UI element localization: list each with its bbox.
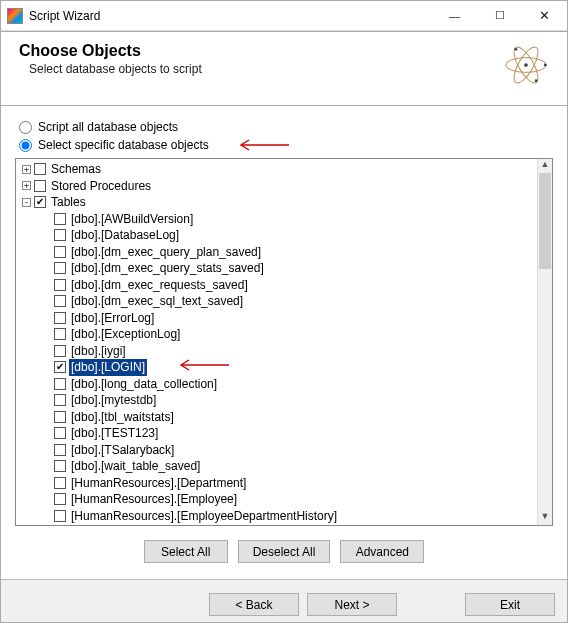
object-tree[interactable]: +Schemas+Stored Procedures-Tables[dbo].[… — [16, 159, 537, 525]
tree-checkbox[interactable] — [54, 213, 66, 225]
tree-node-table-1[interactable]: [dbo].[DatabaseLog] — [20, 227, 535, 244]
advanced-button[interactable]: Advanced — [340, 540, 424, 563]
page-title: Choose Objects — [19, 42, 503, 60]
tree-expander-icon[interactable]: + — [22, 181, 31, 190]
svg-point-3 — [524, 63, 528, 67]
tree-node-label: Tables — [49, 194, 88, 211]
exit-button[interactable]: Exit — [465, 593, 555, 616]
tree-node-table-17[interactable]: [HumanResources].[Employee] — [20, 491, 535, 508]
tree-node-label: [dbo].[tbl_waitstats] — [69, 409, 176, 426]
tree-node-label: [dbo].[iygi] — [69, 343, 128, 360]
tree-node-table-14[interactable]: [dbo].[TSalaryback] — [20, 442, 535, 459]
svg-point-6 — [535, 79, 538, 82]
tree-node-label: [dbo].[dm_exec_query_stats_saved] — [69, 260, 266, 277]
window-title: Script Wizard — [29, 9, 432, 23]
selection-buttons: Select All Deselect All Advanced — [15, 526, 553, 573]
tree-checkbox[interactable] — [34, 163, 46, 175]
tree-node-table-13[interactable]: [dbo].[TEST123] — [20, 425, 535, 442]
tree-node-label: [dbo].[long_data_collection] — [69, 376, 219, 393]
tree-node-table-0[interactable]: [dbo].[AWBuildVersion] — [20, 211, 535, 228]
tree-checkbox[interactable] — [54, 345, 66, 357]
tree-checkbox[interactable] — [54, 295, 66, 307]
tree-node-label: [HumanResources].[EmployeeDepartmentHist… — [69, 508, 339, 525]
tree-checkbox[interactable] — [54, 427, 66, 439]
tree-node-label: [dbo].[wait_table_saved] — [69, 458, 202, 475]
tree-node-table-8[interactable]: [dbo].[iygi] — [20, 343, 535, 360]
tree-checkbox[interactable] — [54, 477, 66, 489]
tree-checkbox[interactable] — [54, 460, 66, 472]
radio-script-specific-input[interactable] — [19, 139, 32, 152]
page-header: Choose Objects Select database objects t… — [1, 31, 567, 106]
tree-node-table-10[interactable]: [dbo].[long_data_collection] — [20, 376, 535, 393]
tree-node-label: [dbo].[AWBuildVersion] — [69, 211, 195, 228]
tree-node-table-4[interactable]: [dbo].[dm_exec_requests_saved] — [20, 277, 535, 294]
page-subtitle: Select database objects to script — [29, 62, 503, 76]
svg-point-5 — [514, 48, 517, 51]
tree-checkbox[interactable] — [54, 378, 66, 390]
tree-checkbox[interactable] — [54, 394, 66, 406]
tree-node-table-2[interactable]: [dbo].[dm_exec_query_plan_saved] — [20, 244, 535, 261]
app-icon — [7, 8, 23, 24]
tree-node-label: [HumanResources].[Department] — [69, 475, 248, 492]
tree-node-top-2[interactable]: -Tables — [20, 194, 535, 211]
tree-node-table-11[interactable]: [dbo].[mytestdb] — [20, 392, 535, 409]
annotation-arrow-icon — [235, 139, 291, 151]
tree-node-table-12[interactable]: [dbo].[tbl_waitstats] — [20, 409, 535, 426]
tree-node-table-16[interactable]: [HumanResources].[Department] — [20, 475, 535, 492]
tree-checkbox[interactable] — [54, 493, 66, 505]
svg-point-4 — [544, 64, 547, 67]
tree-expander-icon[interactable]: + — [22, 165, 31, 174]
titlebar: Script Wizard — ☐ ✕ — [1, 1, 567, 31]
vertical-scrollbar[interactable]: ▲ ▼ — [537, 159, 552, 525]
tree-node-table-5[interactable]: [dbo].[dm_exec_sql_text_saved] — [20, 293, 535, 310]
tree-node-label: [dbo].[TSalaryback] — [69, 442, 176, 459]
deselect-all-button[interactable]: Deselect All — [238, 540, 331, 563]
close-button[interactable]: ✕ — [522, 1, 567, 30]
tree-node-top-0[interactable]: +Schemas — [20, 161, 535, 178]
tree-checkbox[interactable] — [54, 229, 66, 241]
radio-script-all-label: Script all database objects — [38, 120, 178, 134]
wizard-body: Script all database objects Select speci… — [1, 106, 567, 579]
tree-node-label: [HumanResources].[Employee] — [69, 491, 239, 508]
tree-node-table-3[interactable]: [dbo].[dm_exec_query_stats_saved] — [20, 260, 535, 277]
tree-checkbox[interactable] — [34, 196, 46, 208]
maximize-button[interactable]: ☐ — [477, 1, 522, 30]
scroll-up-icon[interactable]: ▲ — [538, 159, 552, 173]
object-tree-panel: +Schemas+Stored Procedures-Tables[dbo].[… — [15, 158, 553, 526]
radio-script-all-input[interactable] — [19, 121, 32, 134]
tree-checkbox[interactable] — [54, 246, 66, 258]
tree-node-label: [dbo].[ErrorLog] — [69, 310, 156, 327]
back-button[interactable]: < Back — [209, 593, 299, 616]
tree-node-label: [dbo].[dm_exec_query_plan_saved] — [69, 244, 263, 261]
scroll-down-icon[interactable]: ▼ — [538, 511, 552, 525]
tree-node-table-18[interactable]: [HumanResources].[EmployeeDepartmentHist… — [20, 508, 535, 525]
radio-script-specific-label: Select specific database objects — [38, 138, 209, 152]
radio-script-all[interactable]: Script all database objects — [19, 120, 553, 134]
tree-checkbox[interactable] — [54, 328, 66, 340]
tree-node-top-1[interactable]: +Stored Procedures — [20, 178, 535, 195]
tree-checkbox[interactable] — [34, 180, 46, 192]
select-all-button[interactable]: Select All — [144, 540, 228, 563]
tree-checkbox[interactable] — [54, 262, 66, 274]
tree-node-table-6[interactable]: [dbo].[ErrorLog] — [20, 310, 535, 327]
tree-checkbox[interactable] — [54, 361, 66, 373]
tree-node-table-19[interactable]: [HumanResources].[EmployeePayHistory] — [20, 524, 535, 525]
tree-checkbox[interactable] — [54, 510, 66, 522]
tree-node-label: [dbo].[LOGIN] — [69, 359, 147, 376]
tree-checkbox[interactable] — [54, 279, 66, 291]
tree-node-table-15[interactable]: [dbo].[wait_table_saved] — [20, 458, 535, 475]
tree-node-label: [dbo].[TEST123] — [69, 425, 160, 442]
tree-checkbox[interactable] — [54, 444, 66, 456]
tree-node-table-7[interactable]: [dbo].[ExceptionLog] — [20, 326, 535, 343]
tree-node-table-9[interactable]: [dbo].[LOGIN] — [20, 359, 535, 376]
minimize-button[interactable]: — — [432, 1, 477, 30]
next-button[interactable]: Next > — [307, 593, 397, 616]
radio-script-specific[interactable]: Select specific database objects — [19, 138, 553, 152]
tree-node-label: [dbo].[mytestdb] — [69, 392, 158, 409]
tree-node-label: [dbo].[DatabaseLog] — [69, 227, 181, 244]
tree-checkbox[interactable] — [54, 312, 66, 324]
scrollbar-thumb[interactable] — [539, 173, 551, 269]
tree-node-label: Stored Procedures — [49, 178, 153, 195]
tree-checkbox[interactable] — [54, 411, 66, 423]
tree-expander-icon[interactable]: - — [22, 198, 31, 207]
